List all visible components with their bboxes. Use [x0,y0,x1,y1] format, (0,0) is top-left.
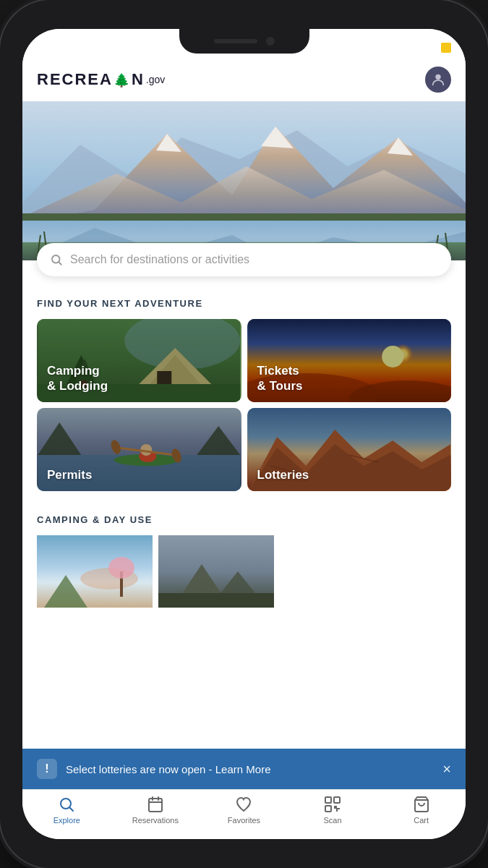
svg-rect-63 [334,797,340,803]
search-bar[interactable]: Search for destinations or activities [37,243,451,276]
camping-thumb-2[interactable] [158,535,274,608]
search-icon [50,253,63,266]
camping-images-row [22,535,466,608]
adventure-section-title: FIND YOUR NEXT ADVENTURE [22,286,466,319]
nav-favorites[interactable]: Favorites [200,796,288,825]
bottom-nav: Explore Reservations Favorites [22,789,466,839]
permits-label: Permits [47,468,92,482]
logo: RECREA🌲N .gov [37,70,165,89]
cart-icon [413,796,430,813]
svg-rect-64 [325,806,331,812]
app-header: RECREA🌲N .gov [22,61,466,101]
adventure-grid: Camping& Lodging [22,319,466,503]
svg-point-0 [435,75,440,80]
lotteries-card[interactable]: Lotteries [247,408,452,491]
hero-image [22,101,466,260]
svg-line-57 [70,808,74,812]
logo-gov: .gov [146,74,165,85]
hero-section: Search for destinations or activities [22,101,466,260]
cart-label: Cart [414,816,429,825]
status-indicator [441,43,451,53]
phone-notch [179,29,309,54]
speaker [214,39,257,43]
logo-text: RECREA🌲N [37,70,145,89]
profile-button[interactable] [425,67,451,93]
favorites-icon [235,796,252,813]
camera [266,37,275,46]
main-content: FIND YOUR NEXT ADVENTURE [22,260,466,749]
explore-label: Explore [53,816,80,825]
svg-rect-58 [149,799,162,812]
svg-line-17 [59,262,61,264]
lotteries-label: Lotteries [257,468,309,482]
svg-rect-55 [158,593,274,608]
camping-thumb-1[interactable] [37,535,153,608]
tickets-tours-card[interactable]: Tickets& Tours [247,319,452,402]
nav-explore[interactable]: Explore [22,796,111,825]
notification-close-button[interactable]: × [442,761,451,778]
svg-rect-65 [334,806,337,809]
nav-reservations[interactable]: Reservations [111,796,200,825]
camping-label: Camping& Lodging [47,364,108,393]
svg-rect-62 [325,797,331,803]
camping-day-section: CAMPING & DAY USE [22,503,466,616]
scan-label: Scan [324,816,342,825]
nav-cart[interactable]: Cart [377,796,466,825]
search-placeholder: Search for destinations or activities [70,253,249,266]
nav-scan[interactable]: Scan [288,796,377,825]
favorites-label: Favorites [228,816,260,825]
reservations-label: Reservations [132,816,179,825]
notification-text: Select lotteries are now open - Learn Mo… [66,763,434,775]
explore-icon [58,796,75,813]
reservations-icon [147,796,164,813]
tickets-label: Tickets& Tours [257,364,303,393]
scan-icon [324,796,341,813]
notification-bar: ! Select lotteries are now open - Learn … [22,749,466,789]
tree-icon: 🌲 [114,73,131,88]
camping-lodging-card[interactable]: Camping& Lodging [37,319,241,402]
phone-screen: RECREA🌲N .gov [22,29,466,839]
camping-day-title: CAMPING & DAY USE [22,503,466,535]
notification-icon: ! [37,759,57,779]
svg-point-51 [108,557,134,579]
permits-card[interactable]: Permits [37,408,241,491]
phone-frame: RECREA🌲N .gov [0,0,488,868]
